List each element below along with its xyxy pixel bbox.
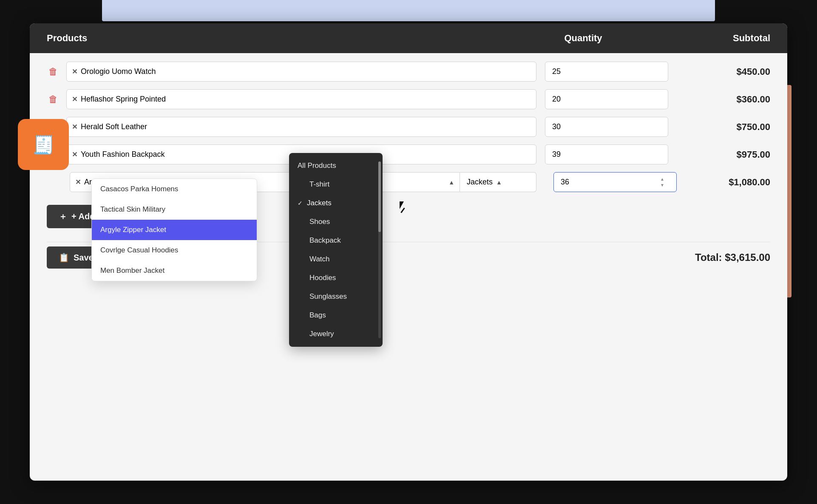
clear-icon-2: ✕ xyxy=(72,95,77,103)
category-label-backpack: Backpack xyxy=(309,236,341,245)
qty-input-1[interactable] xyxy=(545,62,668,82)
product-name-3: Herald Soft Leather xyxy=(81,122,147,131)
category-item-shoes[interactable]: Shoes xyxy=(289,212,383,231)
product-dropdown: Casacos Parka Homens Tactical Skin Milit… xyxy=(91,178,257,281)
subtotal-2: $360.00 xyxy=(668,94,770,105)
product-input-3[interactable]: ✕ Herald Soft Leather xyxy=(66,117,536,137)
header-subtotal: Subtotal xyxy=(651,33,770,44)
app-icon-box: 🧾 xyxy=(18,119,69,170)
category-label-sunglasses: Sunglasses xyxy=(309,292,347,301)
chevron-up-icon: ▲ xyxy=(448,179,454,186)
table-row: 🗑 ✕ Orologio Uomo Watch $450.00 xyxy=(47,62,770,82)
category-item-tshirt[interactable]: T-shirt xyxy=(289,175,383,194)
table-header: Products Quantity Subtotal xyxy=(30,23,787,53)
header-quantity: Quantity xyxy=(515,33,651,44)
category-item-sunglasses[interactable]: Sunglasses xyxy=(289,287,383,306)
clear-icon-1: ✕ xyxy=(72,68,77,76)
clear-icon-4: ✕ xyxy=(72,150,77,159)
category-item-backpack[interactable]: Backpack xyxy=(289,231,383,250)
active-category-name: Jackets xyxy=(467,178,493,187)
category-label-jewelry: Jewelry xyxy=(309,330,334,338)
delete-row-2-button[interactable]: 🗑 xyxy=(47,92,60,107)
category-chevron-icon: ▲ xyxy=(496,179,502,186)
top-bar-decoration xyxy=(102,0,715,21)
category-label-shoes: Shoes xyxy=(309,218,330,226)
save-order-icon: 📋 xyxy=(59,252,69,263)
scrollbar-thumb xyxy=(378,161,381,232)
category-item-watch[interactable]: Watch xyxy=(289,250,383,269)
app-icon: 🧾 xyxy=(32,134,54,155)
product-input-wrap-1: ✕ Orologio Uomo Watch xyxy=(66,62,536,82)
category-label-jackets: Jackets xyxy=(307,199,332,207)
delete-row-1-button[interactable]: 🗑 xyxy=(47,65,60,79)
subtotal-1: $450.00 xyxy=(668,66,770,77)
product-name-4: Youth Fashion Backpack xyxy=(81,150,165,159)
clear-icon-3: ✕ xyxy=(72,123,77,131)
add-products-icon: ＋ xyxy=(59,211,67,222)
active-qty-input[interactable] xyxy=(553,172,677,192)
category-item-jackets[interactable]: ✓ Jackets xyxy=(289,194,383,212)
product-input-wrap-3: ✕ Herald Soft Leather xyxy=(66,117,536,137)
total-display: Total: $3,615.00 xyxy=(695,252,770,263)
category-label-tshirt: T-shirt xyxy=(309,180,329,189)
product-name-2: Heflashor Spring Pointed xyxy=(81,95,166,104)
product-dropdown-item[interactable]: Casacos Parka Homens xyxy=(92,179,257,199)
product-dropdown-item[interactable]: Tactical Skin Military xyxy=(92,199,257,220)
scrollbar-track[interactable] xyxy=(378,161,381,338)
mouse-cursor xyxy=(400,201,410,215)
product-name-1: Orologio Uomo Watch xyxy=(81,67,156,76)
category-dropdown: All Products T-shirt ✓ Jackets Shoes Bac… xyxy=(289,153,383,347)
product-input-1[interactable]: ✕ Orologio Uomo Watch xyxy=(66,62,536,82)
qty-input-4[interactable] xyxy=(545,144,668,164)
qty-spinners: ▲ ▼ xyxy=(660,177,665,188)
category-item-bags[interactable]: Bags xyxy=(289,306,383,325)
check-icon-jackets: ✓ xyxy=(298,200,303,207)
qty-down-button[interactable]: ▼ xyxy=(660,183,665,188)
qty-input-2[interactable] xyxy=(545,89,668,109)
category-label-watch: Watch xyxy=(309,255,330,263)
category-all-products[interactable]: All Products xyxy=(289,156,383,175)
category-item-jewelry[interactable]: Jewelry xyxy=(289,325,383,343)
table-row: 🗑 ✕ Herald Soft Leather $750.00 xyxy=(47,117,770,137)
active-clear-icon: ✕ xyxy=(75,178,81,186)
category-label-hoodies: Hoodies xyxy=(309,274,336,282)
all-products-label: All Products xyxy=(298,161,336,170)
header-products: Products xyxy=(47,33,515,44)
active-subtotal: $1,080.00 xyxy=(668,177,770,188)
product-input-wrap-2: ✕ Heflashor Spring Pointed xyxy=(66,89,536,109)
subtotal-3: $750.00 xyxy=(668,122,770,133)
category-label-bags: Bags xyxy=(309,311,326,320)
subtotal-4: $975.00 xyxy=(668,149,770,160)
qty-up-button[interactable]: ▲ xyxy=(660,177,665,182)
category-item-hoodies[interactable]: Hoodies xyxy=(289,269,383,287)
product-dropdown-item-selected[interactable]: Argyle Zipper Jacket xyxy=(92,220,257,240)
active-qty-wrap: ▲ ▼ xyxy=(545,172,668,192)
product-dropdown-item[interactable]: Covrlge Casual Hoodies xyxy=(92,240,257,260)
table-row: 🗑 ✕ Heflashor Spring Pointed $360.00 xyxy=(47,89,770,109)
table-row: 🗑 ✕ Youth Fashion Backpack $975.00 xyxy=(47,144,770,164)
product-input-2[interactable]: ✕ Heflashor Spring Pointed xyxy=(66,89,536,109)
qty-input-3[interactable] xyxy=(545,117,668,137)
category-selector[interactable]: Jackets ▲ xyxy=(460,172,536,192)
product-dropdown-item[interactable]: Men Bomber Jacket xyxy=(92,260,257,281)
